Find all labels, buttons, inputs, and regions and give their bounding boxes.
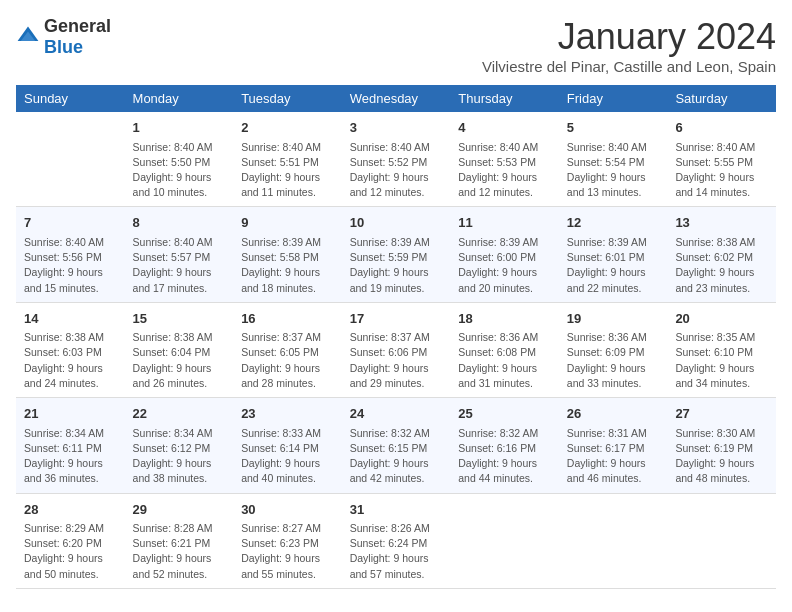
title-area: January 2024 Vilviestre del Pinar, Casti…	[482, 16, 776, 75]
calendar-cell: 8Sunrise: 8:40 AM Sunset: 5:57 PM Daylig…	[125, 207, 234, 302]
calendar-cell	[667, 493, 776, 588]
calendar-cell: 10Sunrise: 8:39 AM Sunset: 5:59 PM Dayli…	[342, 207, 451, 302]
day-number: 29	[133, 500, 226, 520]
logo-text-blue: Blue	[44, 37, 83, 57]
day-info: Sunrise: 8:37 AM Sunset: 6:05 PM Dayligh…	[241, 330, 334, 391]
day-info: Sunrise: 8:39 AM Sunset: 6:00 PM Dayligh…	[458, 235, 551, 296]
calendar-cell: 17Sunrise: 8:37 AM Sunset: 6:06 PM Dayli…	[342, 302, 451, 397]
day-info: Sunrise: 8:40 AM Sunset: 5:55 PM Dayligh…	[675, 140, 768, 201]
day-info: Sunrise: 8:39 AM Sunset: 5:58 PM Dayligh…	[241, 235, 334, 296]
day-info: Sunrise: 8:34 AM Sunset: 6:12 PM Dayligh…	[133, 426, 226, 487]
week-row-2: 7Sunrise: 8:40 AM Sunset: 5:56 PM Daylig…	[16, 207, 776, 302]
day-number: 14	[24, 309, 117, 329]
weekday-header-sunday: Sunday	[16, 85, 125, 112]
calendar-cell	[559, 493, 668, 588]
day-info: Sunrise: 8:36 AM Sunset: 6:09 PM Dayligh…	[567, 330, 660, 391]
day-number: 31	[350, 500, 443, 520]
calendar-cell: 23Sunrise: 8:33 AM Sunset: 6:14 PM Dayli…	[233, 398, 342, 493]
day-info: Sunrise: 8:40 AM Sunset: 5:54 PM Dayligh…	[567, 140, 660, 201]
logo-icon	[16, 25, 40, 49]
day-info: Sunrise: 8:34 AM Sunset: 6:11 PM Dayligh…	[24, 426, 117, 487]
weekday-header-wednesday: Wednesday	[342, 85, 451, 112]
day-number: 12	[567, 213, 660, 233]
day-number: 1	[133, 118, 226, 138]
day-number: 13	[675, 213, 768, 233]
month-title: January 2024	[482, 16, 776, 58]
day-number: 7	[24, 213, 117, 233]
calendar-cell: 16Sunrise: 8:37 AM Sunset: 6:05 PM Dayli…	[233, 302, 342, 397]
calendar-cell: 4Sunrise: 8:40 AM Sunset: 5:53 PM Daylig…	[450, 112, 559, 207]
day-info: Sunrise: 8:38 AM Sunset: 6:04 PM Dayligh…	[133, 330, 226, 391]
weekday-header-saturday: Saturday	[667, 85, 776, 112]
calendar-cell: 19Sunrise: 8:36 AM Sunset: 6:09 PM Dayli…	[559, 302, 668, 397]
day-info: Sunrise: 8:37 AM Sunset: 6:06 PM Dayligh…	[350, 330, 443, 391]
day-info: Sunrise: 8:29 AM Sunset: 6:20 PM Dayligh…	[24, 521, 117, 582]
calendar-cell	[16, 112, 125, 207]
calendar-cell: 27Sunrise: 8:30 AM Sunset: 6:19 PM Dayli…	[667, 398, 776, 493]
calendar-cell: 18Sunrise: 8:36 AM Sunset: 6:08 PM Dayli…	[450, 302, 559, 397]
day-info: Sunrise: 8:38 AM Sunset: 6:03 PM Dayligh…	[24, 330, 117, 391]
day-number: 23	[241, 404, 334, 424]
day-info: Sunrise: 8:32 AM Sunset: 6:15 PM Dayligh…	[350, 426, 443, 487]
calendar-cell: 28Sunrise: 8:29 AM Sunset: 6:20 PM Dayli…	[16, 493, 125, 588]
day-info: Sunrise: 8:40 AM Sunset: 5:52 PM Dayligh…	[350, 140, 443, 201]
day-number: 25	[458, 404, 551, 424]
day-info: Sunrise: 8:27 AM Sunset: 6:23 PM Dayligh…	[241, 521, 334, 582]
calendar-cell: 26Sunrise: 8:31 AM Sunset: 6:17 PM Dayli…	[559, 398, 668, 493]
page-header: General Blue January 2024 Vilviestre del…	[16, 16, 776, 75]
weekday-header-tuesday: Tuesday	[233, 85, 342, 112]
day-number: 11	[458, 213, 551, 233]
week-row-3: 14Sunrise: 8:38 AM Sunset: 6:03 PM Dayli…	[16, 302, 776, 397]
day-info: Sunrise: 8:30 AM Sunset: 6:19 PM Dayligh…	[675, 426, 768, 487]
week-row-4: 21Sunrise: 8:34 AM Sunset: 6:11 PM Dayli…	[16, 398, 776, 493]
day-info: Sunrise: 8:38 AM Sunset: 6:02 PM Dayligh…	[675, 235, 768, 296]
day-info: Sunrise: 8:40 AM Sunset: 5:56 PM Dayligh…	[24, 235, 117, 296]
day-number: 22	[133, 404, 226, 424]
calendar-cell	[450, 493, 559, 588]
calendar-cell: 31Sunrise: 8:26 AM Sunset: 6:24 PM Dayli…	[342, 493, 451, 588]
weekday-header-monday: Monday	[125, 85, 234, 112]
day-number: 26	[567, 404, 660, 424]
day-number: 17	[350, 309, 443, 329]
calendar-table: SundayMondayTuesdayWednesdayThursdayFrid…	[16, 85, 776, 589]
day-number: 5	[567, 118, 660, 138]
day-number: 21	[24, 404, 117, 424]
day-info: Sunrise: 8:26 AM Sunset: 6:24 PM Dayligh…	[350, 521, 443, 582]
day-number: 16	[241, 309, 334, 329]
calendar-cell: 24Sunrise: 8:32 AM Sunset: 6:15 PM Dayli…	[342, 398, 451, 493]
calendar-cell: 14Sunrise: 8:38 AM Sunset: 6:03 PM Dayli…	[16, 302, 125, 397]
week-row-1: 1Sunrise: 8:40 AM Sunset: 5:50 PM Daylig…	[16, 112, 776, 207]
weekday-header-row: SundayMondayTuesdayWednesdayThursdayFrid…	[16, 85, 776, 112]
calendar-cell: 11Sunrise: 8:39 AM Sunset: 6:00 PM Dayli…	[450, 207, 559, 302]
day-info: Sunrise: 8:31 AM Sunset: 6:17 PM Dayligh…	[567, 426, 660, 487]
day-number: 20	[675, 309, 768, 329]
day-info: Sunrise: 8:39 AM Sunset: 5:59 PM Dayligh…	[350, 235, 443, 296]
day-info: Sunrise: 8:40 AM Sunset: 5:50 PM Dayligh…	[133, 140, 226, 201]
logo: General Blue	[16, 16, 111, 58]
calendar-cell: 5Sunrise: 8:40 AM Sunset: 5:54 PM Daylig…	[559, 112, 668, 207]
day-info: Sunrise: 8:35 AM Sunset: 6:10 PM Dayligh…	[675, 330, 768, 391]
calendar-cell: 13Sunrise: 8:38 AM Sunset: 6:02 PM Dayli…	[667, 207, 776, 302]
day-info: Sunrise: 8:40 AM Sunset: 5:51 PM Dayligh…	[241, 140, 334, 201]
calendar-cell: 29Sunrise: 8:28 AM Sunset: 6:21 PM Dayli…	[125, 493, 234, 588]
day-number: 27	[675, 404, 768, 424]
day-number: 8	[133, 213, 226, 233]
calendar-cell: 6Sunrise: 8:40 AM Sunset: 5:55 PM Daylig…	[667, 112, 776, 207]
day-info: Sunrise: 8:39 AM Sunset: 6:01 PM Dayligh…	[567, 235, 660, 296]
day-number: 6	[675, 118, 768, 138]
day-info: Sunrise: 8:28 AM Sunset: 6:21 PM Dayligh…	[133, 521, 226, 582]
day-number: 30	[241, 500, 334, 520]
calendar-cell: 1Sunrise: 8:40 AM Sunset: 5:50 PM Daylig…	[125, 112, 234, 207]
logo-text-general: General	[44, 16, 111, 36]
day-info: Sunrise: 8:32 AM Sunset: 6:16 PM Dayligh…	[458, 426, 551, 487]
calendar-cell: 25Sunrise: 8:32 AM Sunset: 6:16 PM Dayli…	[450, 398, 559, 493]
day-number: 28	[24, 500, 117, 520]
calendar-cell: 15Sunrise: 8:38 AM Sunset: 6:04 PM Dayli…	[125, 302, 234, 397]
calendar-cell: 9Sunrise: 8:39 AM Sunset: 5:58 PM Daylig…	[233, 207, 342, 302]
weekday-header-thursday: Thursday	[450, 85, 559, 112]
day-number: 18	[458, 309, 551, 329]
calendar-cell: 21Sunrise: 8:34 AM Sunset: 6:11 PM Dayli…	[16, 398, 125, 493]
day-number: 9	[241, 213, 334, 233]
day-info: Sunrise: 8:36 AM Sunset: 6:08 PM Dayligh…	[458, 330, 551, 391]
day-info: Sunrise: 8:33 AM Sunset: 6:14 PM Dayligh…	[241, 426, 334, 487]
